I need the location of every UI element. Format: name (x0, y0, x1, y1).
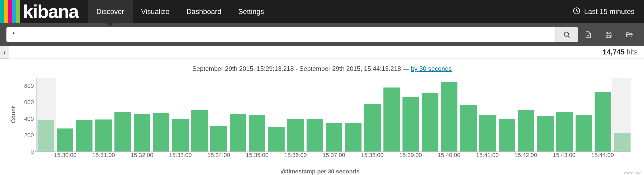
histogram-bar[interactable] (345, 123, 362, 152)
x-tick: 15:39:00 (399, 152, 422, 159)
toolbar-actions (584, 31, 638, 39)
histogram-bar[interactable] (576, 115, 592, 152)
histogram-bar[interactable] (210, 126, 227, 151)
x-tick: 15:42:00 (515, 152, 537, 159)
chart-plot[interactable] (36, 78, 631, 152)
time-range-row: September 29th 2015, 15:29:13.218 - Sept… (0, 59, 644, 74)
nav-dashboard[interactable]: Dashboard (178, 0, 230, 23)
info-row: › 14,745 hits (0, 46, 644, 59)
histogram-bar[interactable] (268, 127, 285, 151)
histogram-bar[interactable] (307, 119, 323, 151)
histogram-bar[interactable] (614, 133, 631, 151)
histogram-bar[interactable] (57, 128, 73, 151)
y-tick: 600 (24, 99, 34, 106)
histogram-bar[interactable] (114, 112, 131, 151)
chart-x-axis: 15:30:0015:31:0015:32:0015:33:0015:34:00… (36, 152, 631, 159)
x-tick: 15:31:00 (92, 152, 115, 159)
hits-display: 14,745 hits (596, 48, 644, 56)
histogram-bar[interactable] (287, 119, 304, 151)
histogram-bar[interactable] (134, 114, 150, 151)
histogram-bar[interactable] (172, 119, 189, 151)
histogram-bar[interactable] (76, 120, 92, 151)
x-tick: 15:37:00 (323, 152, 345, 159)
time-range-text: September 29th 2015, 15:29:13.218 - Sept… (192, 65, 411, 72)
nav-discover[interactable]: Discover (88, 0, 133, 23)
search-button[interactable] (555, 27, 578, 42)
histogram-bar[interactable] (249, 115, 266, 152)
nav-settings[interactable]: Settings (230, 0, 272, 23)
x-tick: 15:43:00 (553, 152, 576, 159)
time-picker[interactable]: Last 15 minutes (573, 0, 644, 23)
histogram-bar[interactable] (95, 119, 112, 151)
logo-stripes (0, 0, 20, 23)
x-tick: 15:40:00 (438, 152, 460, 159)
x-tick: 15:30:00 (54, 152, 77, 159)
histogram-bar[interactable] (230, 114, 246, 151)
credit-text: wsxdn.com (624, 170, 642, 174)
interval-link[interactable]: by 30 seconds (411, 65, 452, 72)
hits-count: 14,745 (603, 48, 625, 56)
x-tick: 15:34:00 (207, 152, 230, 159)
time-picker-label: Last 15 minutes (584, 8, 634, 16)
histogram-bar[interactable] (422, 93, 438, 151)
x-tick: 15:36:00 (284, 152, 307, 159)
x-tick: 15:33:00 (169, 152, 192, 159)
search-input[interactable] (7, 27, 555, 42)
histogram-bar[interactable] (499, 119, 515, 151)
histogram-bar[interactable] (364, 104, 381, 151)
nav-links: Discover Visualize Dashboard Settings (88, 0, 272, 23)
chart-xlabel: @timestamp per 30 seconds (9, 159, 631, 175)
histogram-bar[interactable] (460, 105, 477, 151)
y-tick: 400 (24, 116, 34, 122)
chart-ylabel: Count (9, 106, 18, 123)
y-tick: 200 (24, 132, 34, 139)
histogram-bar[interactable] (402, 97, 419, 151)
histogram-bar[interactable] (326, 123, 342, 152)
expand-sidebar-handle[interactable]: › (0, 46, 9, 59)
save-icon[interactable] (605, 31, 613, 39)
histogram-bar[interactable] (153, 113, 169, 151)
x-tick: 15:41:00 (476, 152, 499, 159)
x-tick: 15:38:00 (361, 152, 384, 159)
histogram-bar[interactable] (479, 115, 496, 152)
top-nav: kibana Discover Visualize Dashboard Sett… (0, 0, 644, 23)
histogram-bar[interactable] (191, 110, 208, 151)
histogram-bar[interactable] (556, 112, 573, 151)
open-folder-icon[interactable] (626, 31, 633, 39)
y-tick: 0 (31, 148, 34, 155)
svg-point-1 (564, 32, 568, 36)
histogram-bar[interactable] (38, 120, 54, 151)
x-tick: 15:32:00 (131, 152, 154, 159)
chart-y-axis: 0200400600800 (20, 78, 36, 152)
histogram-bar[interactable] (537, 116, 554, 151)
nav-visualize[interactable]: Visualize (133, 0, 178, 23)
histogram-bar[interactable] (595, 92, 611, 151)
clock-icon (573, 7, 580, 16)
brand-text: kibana (20, 0, 88, 23)
histogram-bar[interactable] (441, 82, 458, 152)
y-tick: 800 (24, 82, 34, 89)
search-toolbar (0, 23, 644, 46)
histogram-chart: Count 0200400600800 15:30:0015:31:0015:3… (0, 74, 644, 175)
new-doc-icon[interactable] (584, 31, 592, 39)
search-wrap (6, 27, 578, 42)
histogram-bar[interactable] (383, 88, 400, 151)
histogram-bar[interactable] (518, 110, 535, 151)
x-tick: 15:35:00 (246, 152, 268, 159)
hits-label: hits (627, 48, 638, 56)
x-tick: 15:44:00 (591, 152, 614, 159)
